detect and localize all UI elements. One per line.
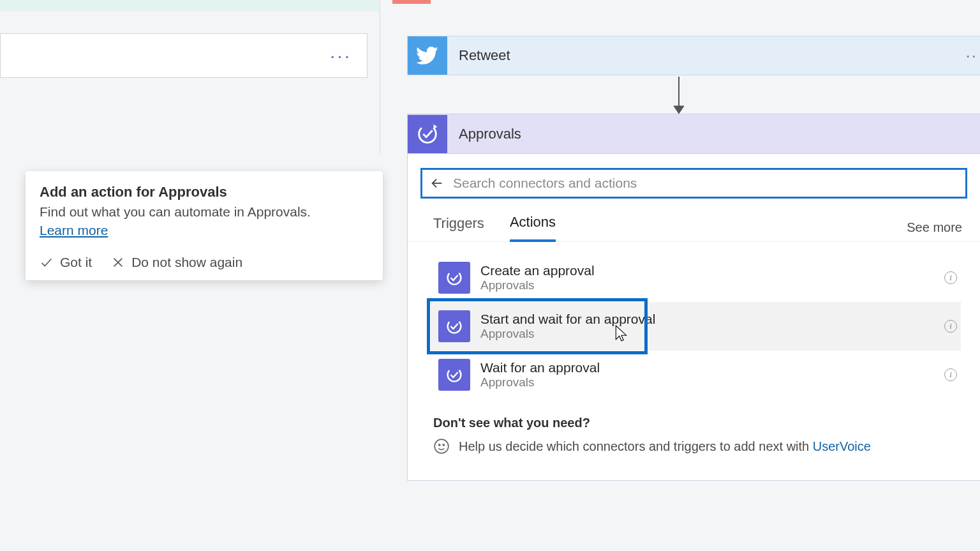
check-icon xyxy=(40,255,54,269)
flow-arrow-icon xyxy=(669,75,689,115)
more-icon[interactable]: ··· xyxy=(330,52,352,59)
action-title: Create an approval xyxy=(480,263,595,278)
close-icon xyxy=(111,255,125,269)
svg-point-4 xyxy=(415,122,440,146)
svg-marker-5 xyxy=(434,124,438,129)
panel-header[interactable]: Approvals xyxy=(408,114,980,154)
info-icon[interactable]: i xyxy=(944,368,957,381)
info-icon[interactable]: i xyxy=(944,320,957,333)
step-retweet-label: Retweet xyxy=(447,47,966,64)
dont-show-button[interactable]: Do not show again xyxy=(111,255,242,270)
action-subtitle: Approvals xyxy=(480,375,600,389)
dont-show-label: Do not show again xyxy=(131,255,242,270)
got-it-label: Got it xyxy=(60,255,92,270)
svg-point-11 xyxy=(439,444,440,446)
action-start-wait-approval[interactable]: Start and wait for an approval Approvals… xyxy=(431,302,961,351)
action-wait-approval[interactable]: Wait for an approval Approvals i xyxy=(431,351,961,399)
vertical-divider xyxy=(380,11,380,153)
action-create-approval[interactable]: Create an approval Approvals i xyxy=(431,253,961,302)
tab-triggers[interactable]: Triggers xyxy=(433,215,484,241)
footer-question: Don't see what you need? xyxy=(433,416,980,430)
approvals-icon xyxy=(408,115,447,153)
approvals-icon xyxy=(438,310,470,342)
callout-title: Add an action for Approvals xyxy=(40,184,369,200)
twitter-icon xyxy=(408,36,447,75)
action-title: Wait for an approval xyxy=(480,360,600,375)
approvals-icon xyxy=(438,359,470,391)
action-picker-panel: Approvals Triggers Actions See more Crea… xyxy=(407,114,980,481)
action-title: Start and wait for an approval xyxy=(480,312,655,327)
more-icon[interactable]: ·· xyxy=(966,46,980,66)
collapsed-step-card[interactable]: ··· xyxy=(0,33,368,78)
smiley-icon xyxy=(433,438,450,455)
see-more-link[interactable]: See more xyxy=(907,220,962,235)
uservoice-link[interactable]: UserVoice xyxy=(813,439,871,453)
footer-help: Don't see what you need? Help us decide … xyxy=(408,399,980,480)
svg-marker-3 xyxy=(674,106,684,114)
action-list: Create an approval Approvals i Start and… xyxy=(408,242,980,399)
teaching-callout: Add an action for Approvals Find out wha… xyxy=(26,171,383,280)
info-icon[interactable]: i xyxy=(944,271,957,284)
step-retweet[interactable]: Retweet ·· xyxy=(407,36,980,75)
svg-point-12 xyxy=(443,444,444,446)
svg-point-10 xyxy=(434,439,449,453)
learn-more-link[interactable]: Learn more xyxy=(40,223,108,238)
search-field-container[interactable] xyxy=(420,168,967,199)
got-it-button[interactable]: Got it xyxy=(40,255,92,270)
approvals-icon xyxy=(438,262,470,294)
callout-body: Find out what you can automate in Approv… xyxy=(40,204,369,220)
tab-actions[interactable]: Actions xyxy=(510,214,556,242)
action-subtitle: Approvals xyxy=(480,327,655,341)
svg-point-8 xyxy=(445,317,463,335)
svg-point-9 xyxy=(445,365,463,384)
footer-help-text: Help us decide which connectors and trig… xyxy=(459,439,871,454)
top-orange-accent xyxy=(392,0,431,4)
svg-point-7 xyxy=(445,268,463,287)
search-input[interactable] xyxy=(453,176,958,191)
panel-header-label: Approvals xyxy=(447,126,980,142)
left-top-accent xyxy=(0,0,380,11)
back-arrow-icon[interactable] xyxy=(430,176,444,190)
tabs-row: Triggers Actions See more xyxy=(408,199,980,242)
action-subtitle: Approvals xyxy=(480,278,595,292)
